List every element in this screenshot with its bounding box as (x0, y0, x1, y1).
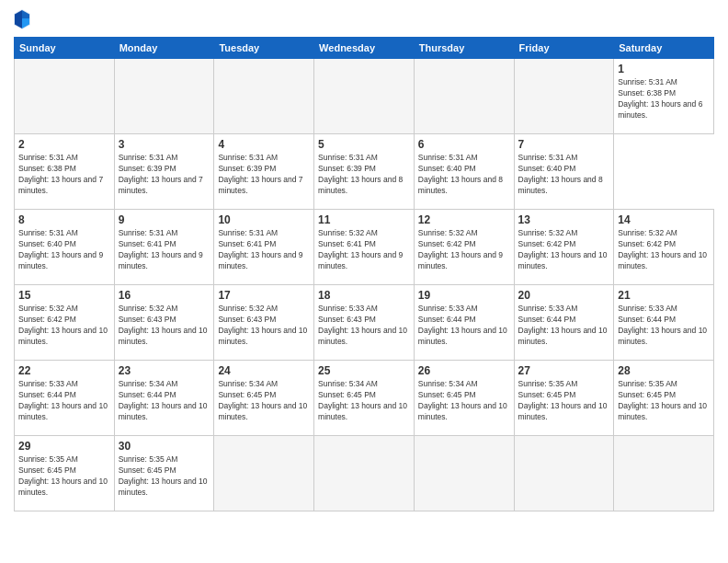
calendar-empty-cell (314, 59, 415, 134)
day-info: Sunrise: 5:35 AMSunset: 6:45 PMDaylight:… (618, 379, 710, 423)
day-number: 25 (318, 364, 410, 377)
day-number: 13 (518, 213, 610, 226)
calendar-day-25: 25Sunrise: 5:34 AMSunset: 6:45 PMDayligh… (314, 361, 415, 436)
day-number: 24 (218, 364, 310, 377)
day-info: Sunrise: 5:34 AMSunset: 6:44 PMDaylight:… (119, 379, 210, 423)
day-info: Sunrise: 5:35 AMSunset: 6:45 PMDaylight:… (518, 379, 610, 423)
calendar-header-wednesday: Wednesday (314, 38, 415, 59)
day-info: Sunrise: 5:35 AMSunset: 6:45 PMDaylight:… (119, 454, 210, 499)
day-number: 14 (618, 213, 710, 226)
calendar-day-28: 28Sunrise: 5:35 AMSunset: 6:45 PMDayligh… (614, 361, 714, 436)
calendar-day-5: 5Sunrise: 5:31 AMSunset: 6:39 PMDaylight… (314, 134, 415, 210)
day-number: 7 (518, 138, 610, 151)
day-info: Sunrise: 5:35 AMSunset: 6:45 PMDaylight:… (18, 454, 110, 499)
calendar-day-15: 15Sunrise: 5:32 AMSunset: 6:42 PMDayligh… (15, 285, 115, 361)
calendar-empty-cell (514, 59, 614, 134)
day-info: Sunrise: 5:33 AMSunset: 6:44 PMDaylight:… (618, 304, 710, 348)
calendar-day-23: 23Sunrise: 5:34 AMSunset: 6:44 PMDayligh… (114, 361, 214, 436)
calendar-day-1: 1Sunrise: 5:31 AMSunset: 6:38 PMDaylight… (614, 59, 714, 134)
day-info: Sunrise: 5:32 AMSunset: 6:43 PMDaylight:… (218, 304, 310, 348)
calendar-day-3: 3Sunrise: 5:31 AMSunset: 6:39 PMDaylight… (114, 134, 214, 210)
calendar-day-12: 12Sunrise: 5:32 AMSunset: 6:42 PMDayligh… (414, 210, 514, 285)
day-number: 11 (318, 213, 410, 226)
day-number: 3 (119, 138, 210, 151)
day-info: Sunrise: 5:34 AMSunset: 6:45 PMDaylight:… (318, 379, 410, 423)
calendar-day-18: 18Sunrise: 5:33 AMSunset: 6:43 PMDayligh… (314, 285, 415, 361)
day-number: 8 (18, 213, 110, 226)
day-number: 20 (518, 289, 610, 302)
calendar-day-24: 24Sunrise: 5:34 AMSunset: 6:45 PMDayligh… (214, 361, 314, 436)
calendar-day-2: 2Sunrise: 5:31 AMSunset: 6:38 PMDaylight… (15, 134, 115, 210)
calendar-empty-cell (15, 59, 115, 134)
day-number: 26 (418, 364, 510, 377)
day-info: Sunrise: 5:31 AMSunset: 6:39 PMDaylight:… (318, 153, 410, 197)
day-number: 17 (218, 289, 310, 302)
page: SundayMondayTuesdayWednesdayThursdayFrid… (0, 0, 728, 563)
day-number: 30 (119, 440, 210, 453)
day-info: Sunrise: 5:31 AMSunset: 6:40 PMDaylight:… (518, 153, 610, 197)
calendar-empty-cell (314, 436, 415, 511)
calendar-week-5: 22Sunrise: 5:33 AMSunset: 6:44 PMDayligh… (15, 361, 714, 436)
calendar-day-26: 26Sunrise: 5:34 AMSunset: 6:45 PMDayligh… (414, 361, 514, 436)
day-number: 19 (418, 289, 510, 302)
day-info: Sunrise: 5:31 AMSunset: 6:38 PMDaylight:… (618, 77, 710, 121)
day-info: Sunrise: 5:32 AMSunset: 6:42 PMDaylight:… (418, 228, 510, 272)
day-number: 6 (418, 138, 510, 151)
calendar-week-6: 29Sunrise: 5:35 AMSunset: 6:45 PMDayligh… (15, 436, 714, 511)
day-info: Sunrise: 5:31 AMSunset: 6:39 PMDaylight:… (218, 153, 310, 197)
day-number: 16 (119, 289, 210, 302)
calendar-week-4: 15Sunrise: 5:32 AMSunset: 6:42 PMDayligh… (15, 285, 714, 361)
calendar-empty-cell (414, 436, 514, 511)
day-info: Sunrise: 5:31 AMSunset: 6:40 PMDaylight:… (18, 228, 110, 272)
day-number: 9 (119, 213, 210, 226)
day-info: Sunrise: 5:31 AMSunset: 6:38 PMDaylight:… (18, 153, 110, 197)
calendar-empty-cell (214, 436, 314, 511)
day-info: Sunrise: 5:31 AMSunset: 6:40 PMDaylight:… (418, 153, 510, 197)
calendar-day-27: 27Sunrise: 5:35 AMSunset: 6:45 PMDayligh… (514, 361, 614, 436)
day-info: Sunrise: 5:32 AMSunset: 6:42 PMDaylight:… (518, 228, 610, 272)
day-number: 18 (318, 289, 410, 302)
day-number: 1 (618, 63, 710, 75)
calendar-empty-cell (214, 59, 314, 134)
day-number: 4 (218, 138, 310, 151)
day-info: Sunrise: 5:32 AMSunset: 6:43 PMDaylight:… (119, 304, 210, 348)
day-number: 29 (18, 440, 110, 453)
calendar-empty-cell (514, 436, 614, 511)
calendar-header-friday: Friday (514, 38, 614, 59)
calendar-header-row: SundayMondayTuesdayWednesdayThursdayFrid… (15, 38, 714, 59)
calendar-day-11: 11Sunrise: 5:32 AMSunset: 6:41 PMDayligh… (314, 210, 415, 285)
calendar-day-21: 21Sunrise: 5:33 AMSunset: 6:44 PMDayligh… (614, 285, 714, 361)
calendar-day-19: 19Sunrise: 5:33 AMSunset: 6:44 PMDayligh… (414, 285, 514, 361)
calendar-empty-cell (414, 59, 514, 134)
logo (14, 9, 33, 29)
calendar-day-4: 4Sunrise: 5:31 AMSunset: 6:39 PMDaylight… (214, 134, 314, 210)
day-info: Sunrise: 5:34 AMSunset: 6:45 PMDaylight:… (218, 379, 310, 423)
logo-icon (14, 9, 30, 29)
day-info: Sunrise: 5:33 AMSunset: 6:44 PMDaylight:… (518, 304, 610, 348)
calendar-header-sunday: Sunday (15, 38, 115, 59)
day-info: Sunrise: 5:34 AMSunset: 6:45 PMDaylight:… (418, 379, 510, 423)
calendar-day-16: 16Sunrise: 5:32 AMSunset: 6:43 PMDayligh… (114, 285, 214, 361)
calendar-header-monday: Monday (114, 38, 214, 59)
day-info: Sunrise: 5:31 AMSunset: 6:41 PMDaylight:… (119, 228, 210, 272)
calendar-header-tuesday: Tuesday (214, 38, 314, 59)
day-number: 5 (318, 138, 410, 151)
calendar-day-30: 30Sunrise: 5:35 AMSunset: 6:45 PMDayligh… (114, 436, 214, 511)
calendar-day-6: 6Sunrise: 5:31 AMSunset: 6:40 PMDaylight… (414, 134, 514, 210)
calendar-week-3: 8Sunrise: 5:31 AMSunset: 6:40 PMDaylight… (15, 210, 714, 285)
day-info: Sunrise: 5:31 AMSunset: 6:39 PMDaylight:… (119, 153, 210, 197)
calendar-header-thursday: Thursday (414, 38, 514, 59)
calendar-day-29: 29Sunrise: 5:35 AMSunset: 6:45 PMDayligh… (15, 436, 115, 511)
day-number: 21 (618, 289, 710, 302)
day-number: 2 (18, 138, 110, 151)
day-number: 28 (618, 364, 710, 377)
calendar-day-10: 10Sunrise: 5:31 AMSunset: 6:41 PMDayligh… (214, 210, 314, 285)
day-info: Sunrise: 5:33 AMSunset: 6:44 PMDaylight:… (18, 379, 110, 423)
calendar-day-9: 9Sunrise: 5:31 AMSunset: 6:41 PMDaylight… (114, 210, 214, 285)
day-number: 15 (18, 289, 110, 302)
calendar-day-14: 14Sunrise: 5:32 AMSunset: 6:42 PMDayligh… (614, 210, 714, 285)
calendar-day-13: 13Sunrise: 5:32 AMSunset: 6:42 PMDayligh… (514, 210, 614, 285)
calendar-empty-cell (114, 59, 214, 134)
day-number: 27 (518, 364, 610, 377)
day-info: Sunrise: 5:32 AMSunset: 6:42 PMDaylight:… (18, 304, 110, 348)
